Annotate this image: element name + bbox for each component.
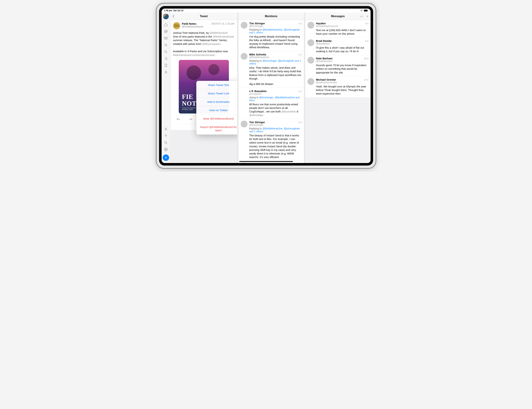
- tweet-timestamp: 2019-07-13, 1:32 pm: [211, 22, 235, 29]
- messages-icon[interactable]: [163, 35, 169, 41]
- user-handle: @timstringer: [249, 25, 302, 27]
- mention[interactable]: @littlefriendsof: [210, 31, 228, 34]
- tweet-link[interactable]: fieldnotesbrand.com/products/natio…: [173, 54, 218, 56]
- svg-point-9: [165, 141, 167, 143]
- sidebar-bottom: [163, 126, 169, 161]
- age: 17 d: [364, 79, 368, 81]
- search-icon[interactable]: [163, 42, 169, 48]
- tweet-pane-header: Tweet: [171, 12, 237, 20]
- mentions-icon[interactable]: [163, 29, 169, 34]
- ipad-device-frame: 1:40 pm Sat Jul 13: [156, 3, 376, 169]
- image-subtitle: Joshua Tree National 48 Pages / Made: [182, 107, 197, 110]
- messages-pane-header: Messages: [305, 12, 370, 20]
- sidebar: [162, 12, 171, 163]
- search-bottom-icon[interactable]: [163, 140, 169, 145]
- back-button[interactable]: [172, 15, 175, 18]
- tweet-body[interactable]: Joshua Tree National Park, by @littlefri…: [171, 30, 237, 59]
- svg-point-7: [165, 71, 167, 72]
- message-body: Sounds good. I'll let you know if inspir…: [316, 64, 369, 74]
- mention-body: The beauty of Instant Send is that it wo…: [249, 134, 302, 159]
- tweet-pane-title: Tweet: [200, 15, 208, 18]
- user-name: Tim Stringer: [249, 22, 265, 25]
- user-avatar[interactable]: [241, 121, 247, 127]
- home-indicator[interactable]: [239, 161, 293, 162]
- mention-item[interactable]: Mike Schmitz1 d @BobbleheadJoe Replying …: [238, 51, 304, 88]
- message-item[interactable]: Hayden4 d @haydenjohnson22 Text me at (2…: [305, 20, 370, 37]
- message-body: Text me at (204) 825-4450 I don't seem t…: [316, 28, 369, 36]
- mention-item[interactable]: Tim Stringer1 d @timstringer Replying to…: [238, 119, 304, 161]
- profile-icon[interactable]: [163, 69, 169, 75]
- user-handle: @dowdyism: [316, 42, 369, 45]
- messages-pane-title: Messages: [331, 15, 345, 18]
- message-item[interactable]: Nate Barham15 d @NateBarham Sounds good.…: [305, 55, 370, 76]
- tweet-actions-popover: Share Tweet Text Share Tweet Link Add to…: [196, 81, 237, 135]
- message-item[interactable]: Michael Grenier17 d @sellmyhomemike Yeah…: [305, 76, 370, 97]
- tweet-text: One of nine parks featured in the: [173, 35, 213, 38]
- share-tweet-link-button[interactable]: Share Tweet Link: [197, 89, 237, 98]
- svg-point-8: [165, 128, 167, 129]
- user-avatar[interactable]: [307, 39, 314, 46]
- svg-point-10: [166, 149, 166, 150]
- age: 1 d: [298, 90, 302, 93]
- user-handle: @NateBarham: [316, 60, 369, 63]
- user-name: Mike Schmitz: [249, 53, 266, 56]
- user-avatar[interactable]: [307, 78, 314, 85]
- tweet-author[interactable]: Field Notes @FieldNotesBrand: [182, 22, 211, 29]
- mentions-scroll[interactable]: Tim Stringer1 d @timstringer Replying to…: [238, 20, 304, 163]
- user-avatar[interactable]: [307, 22, 314, 29]
- new-message-icon[interactable]: [366, 15, 369, 18]
- quote-icon[interactable]: [189, 118, 193, 121]
- compose-button[interactable]: [163, 155, 169, 161]
- mark-read-icon[interactable]: [360, 15, 363, 18]
- user-avatar[interactable]: [241, 53, 247, 60]
- mention-body: tcha. That makes sense, and does und use…: [249, 66, 302, 80]
- user-avatar[interactable]: [241, 163, 247, 163]
- saved-search-icon[interactable]: [163, 49, 169, 55]
- messages-scroll[interactable]: Hayden4 d @haydenjohnson22 Text me at (2…: [305, 20, 370, 163]
- svg-point-5: [165, 44, 167, 46]
- status-right: [360, 9, 368, 12]
- age: 1 d: [298, 121, 302, 124]
- tweet-pane: Tweet FIELDNOTES Field Notes @FieldNotes…: [171, 12, 238, 163]
- user-avatar[interactable]: [241, 22, 247, 29]
- user-avatar[interactable]: [307, 57, 314, 64]
- view-on-twitter-button[interactable]: View on Twitter: [197, 106, 237, 115]
- reply-icon[interactable]: [176, 118, 180, 121]
- tweet-author-avatar[interactable]: FIELDNOTES: [173, 22, 180, 29]
- age: 1 d: [298, 53, 302, 56]
- mentions-pane: Mentions Tim Stringer1 d @timstringer Re…: [238, 12, 305, 163]
- reply-line: Replying to @timstringer, @joshuaginter …: [249, 59, 302, 65]
- mention-item[interactable]: Tim Stringer1 d @timstringer Replying to…: [238, 20, 304, 51]
- mention[interactable]: @fieldnotesbrand: [213, 35, 234, 38]
- accounts-icon[interactable]: [163, 126, 169, 132]
- user-name: Nate Barham: [316, 57, 333, 60]
- report-spam-button[interactable]: Report @FieldNotesBrand for spam: [197, 123, 237, 134]
- tweet-scroll[interactable]: FIELDNOTES Field Notes @FieldNotesBrand …: [171, 20, 237, 163]
- settings-icon[interactable]: [163, 146, 169, 152]
- share-tweet-text-button[interactable]: Share Tweet Text: [197, 81, 237, 89]
- tweet-author-handle: @FieldNotesBrand: [182, 25, 211, 28]
- svg-rect-4: [165, 37, 167, 39]
- mute-user-button[interactable]: Mute @FieldNotesBrand: [197, 115, 237, 123]
- wifi-icon: [360, 10, 363, 12]
- message-item[interactable]: Brad Dowdy4 d @dowdyism I'll give this a…: [305, 37, 370, 55]
- columns-container: Tweet FIELDNOTES Field Notes @FieldNotes…: [162, 12, 370, 163]
- message-body: I'll give this a shot! I was afraid of f…: [316, 46, 369, 53]
- user-name: Michael Grenier: [316, 78, 336, 81]
- user-name: c P. Beaudoin: [249, 90, 267, 93]
- mention-item[interactable]: c P. Beaudoin1 d ucCogZest olying to @ti…: [238, 88, 304, 119]
- status-date: Sat Jul 13: [173, 9, 183, 12]
- age: 4 d: [365, 22, 368, 25]
- filter-icon[interactable]: [163, 133, 169, 139]
- bookmarks-icon[interactable]: [163, 63, 169, 68]
- tweet-empty-area: [171, 130, 237, 163]
- mention[interactable]: @alfredapp: [249, 114, 263, 117]
- mention[interactable]: @launchbar: [282, 110, 296, 113]
- mention[interactable]: @fiftynineparks: [202, 42, 221, 45]
- account-avatar[interactable]: [163, 14, 169, 19]
- home-icon[interactable]: [163, 22, 169, 27]
- mention-body: dig a little bit deeper.: [249, 82, 302, 86]
- lists-icon[interactable]: [163, 56, 169, 62]
- svg-point-3: [165, 31, 167, 32]
- add-to-bookmarks-button[interactable]: Add to bookmarks: [197, 98, 237, 106]
